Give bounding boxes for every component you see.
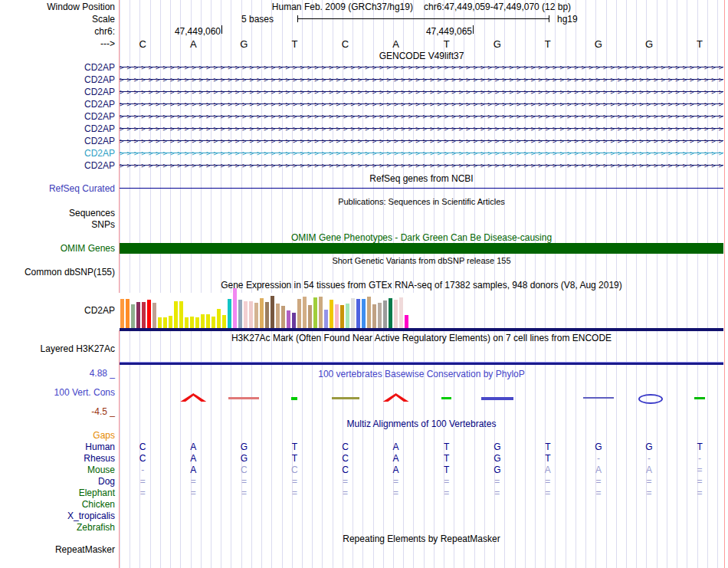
- scale-bar: [297, 18, 549, 19]
- alignment-base: A: [523, 465, 573, 475]
- gencode-gene-label[interactable]: CD2AP: [0, 123, 115, 134]
- base-letter: T: [674, 38, 725, 50]
- gtex-expression-bar: [206, 314, 210, 328]
- gtex-expression-bar: [233, 288, 237, 328]
- conservation-dash: [332, 397, 359, 399]
- track-label-repeatmasker[interactable]: RepeatMasker: [0, 544, 115, 555]
- alignment-base: T: [421, 442, 472, 452]
- track-label-common-dbsnp[interactable]: Common dbSNP(155): [0, 267, 115, 277]
- gencode-gene-row[interactable]: >>>>>>>>>>>>>>>>>>>>>>>>>>>>>>>>>>>>>>>>…: [120, 63, 723, 72]
- gtex-expression-bar: [131, 304, 135, 328]
- track-label-sequences[interactable]: Sequences: [0, 208, 115, 218]
- multiz-species-label[interactable]: Human: [0, 442, 115, 452]
- alignment-base: =: [269, 488, 320, 498]
- strand-arrows: >>>>>>>>>>>>>>>>>>>>>>>>>>>>>>>>>>>>>>>>…: [120, 149, 723, 158]
- base-letter: G: [573, 38, 624, 50]
- gencode-gene-label[interactable]: CD2AP: [0, 148, 115, 159]
- multiz-species-label[interactable]: Chicken: [0, 499, 115, 510]
- gtex-expression-bar: [276, 304, 280, 328]
- track-label-omim-genes[interactable]: OMIM Genes: [0, 243, 115, 254]
- base-letter: G: [218, 38, 269, 50]
- alignment-base: C: [117, 453, 168, 464]
- gtex-expression-bar: [249, 301, 253, 328]
- gtex-expression-bar: [260, 298, 264, 328]
- gencode-gene-label[interactable]: CD2AP: [0, 74, 115, 85]
- gencode-gene-label[interactable]: CD2AP: [0, 99, 115, 110]
- multiz-species-label[interactable]: Zebrafish: [0, 522, 115, 533]
- alignment-base: =: [168, 476, 218, 487]
- gtex-expression-bar: [372, 304, 376, 328]
- gtex-expression-bar: [265, 302, 269, 328]
- multiz-species-label[interactable]: Dog: [0, 476, 115, 487]
- gtex-expression-bar: [367, 297, 371, 328]
- track-label-h3k27ac[interactable]: Layered H3K27Ac: [0, 343, 115, 354]
- multiz-species-label[interactable]: Elephant: [0, 488, 115, 498]
- base-letter: T: [523, 38, 573, 50]
- gencode-gene-row[interactable]: >>>>>>>>>>>>>>>>>>>>>>>>>>>>>>>>>>>>>>>>…: [120, 87, 723, 97]
- gtex-expression-bar: [394, 300, 398, 328]
- alignment-base: =: [674, 465, 725, 475]
- h3k27ac-title: H3K27Ac Mark (Often Found Near Active Re…: [120, 333, 723, 343]
- alignment-base: T: [421, 453, 472, 464]
- track-divider: [120, 363, 723, 365]
- gtex-title: Gene Expression in 54 tissues from GTEx …: [120, 280, 723, 291]
- omim-title: OMIM Gene Phenotypes - Dark Green Can Be…: [120, 232, 723, 243]
- track-label-gaps[interactable]: Gaps: [0, 430, 115, 441]
- gencode-gene-row[interactable]: >>>>>>>>>>>>>>>>>>>>>>>>>>>>>>>>>>>>>>>>…: [120, 124, 723, 133]
- conservation-dash: [228, 397, 259, 399]
- gtex-expression-bar: [190, 317, 194, 328]
- alignment-base: G: [472, 465, 523, 475]
- alignment-base: G: [624, 442, 674, 452]
- conservation-dash: [481, 397, 513, 400]
- gtex-expression-bar: [201, 314, 205, 328]
- gtex-expression-bar: [356, 299, 360, 328]
- strand-arrows: >>>>>>>>>>>>>>>>>>>>>>>>>>>>>>>>>>>>>>>>…: [120, 63, 723, 72]
- gtex-expression-bar: [346, 304, 349, 328]
- strand-label: --->: [0, 38, 115, 49]
- alignment-base: =: [523, 488, 573, 498]
- gencode-gene-row[interactable]: >>>>>>>>>>>>>>>>>>>>>>>>>>>>>>>>>>>>>>>>…: [120, 100, 723, 109]
- alignment-base: T: [674, 442, 725, 452]
- gtex-expression-bar: [340, 305, 344, 328]
- gtex-expression-bar: [212, 317, 215, 328]
- base-letter: A: [168, 38, 218, 50]
- multiz-species-label[interactable]: Mouse: [0, 465, 115, 475]
- gencode-gene-row[interactable]: >>>>>>>>>>>>>>>>>>>>>>>>>>>>>>>>>>>>>>>>…: [120, 75, 723, 84]
- track-label-snps[interactable]: SNPs: [0, 219, 115, 230]
- omim-gene-bar[interactable]: [120, 243, 723, 254]
- multiz-species-label[interactable]: X_tropicalis: [0, 511, 115, 521]
- gencode-gene-label[interactable]: CD2AP: [0, 160, 115, 171]
- gencode-gene-row[interactable]: >>>>>>>>>>>>>>>>>>>>>>>>>>>>>>>>>>>>>>>>…: [120, 136, 723, 146]
- gtex-expression-bar: [244, 301, 248, 328]
- alignment-base: A: [168, 442, 218, 452]
- strand-arrows: >>>>>>>>>>>>>>>>>>>>>>>>>>>>>>>>>>>>>>>>…: [120, 75, 723, 84]
- track-label-gtex-gene[interactable]: CD2AP: [0, 305, 115, 316]
- gtex-expression-bar: [179, 301, 183, 328]
- alignment-base: =: [674, 488, 725, 498]
- track-label-vert-cons[interactable]: 100 Vert. Cons: [0, 387, 115, 398]
- dbsnp-title: Short Genetic Variants from dbSNP releas…: [120, 255, 723, 266]
- gencode-gene-label[interactable]: CD2AP: [0, 111, 115, 122]
- gencode-gene-label[interactable]: CD2AP: [0, 62, 115, 73]
- gtex-expression-bar: [185, 317, 189, 328]
- gencode-gene-row[interactable]: >>>>>>>>>>>>>>>>>>>>>>>>>>>>>>>>>>>>>>>>…: [120, 149, 723, 158]
- gencode-gene-row[interactable]: >>>>>>>>>>>>>>>>>>>>>>>>>>>>>>>>>>>>>>>>…: [120, 161, 723, 170]
- coord-tick-label-right: 47,449,065: [374, 26, 472, 37]
- multiz-species-label[interactable]: Rhesus: [0, 453, 115, 464]
- alignment-base: A: [168, 453, 218, 464]
- alignment-base: =: [371, 488, 421, 498]
- gencode-title: GENCODE V49lift37: [120, 51, 723, 61]
- conservation-oval: [638, 394, 663, 404]
- gtex-expression-bar: [238, 300, 242, 328]
- base-letter: C: [117, 38, 168, 50]
- gtex-expression-bar: [292, 313, 296, 328]
- gencode-gene-label[interactable]: CD2AP: [0, 87, 115, 97]
- gtex-expression-bar: [163, 317, 167, 328]
- alignment-base: =: [117, 488, 168, 498]
- track-label-refseq-curated[interactable]: RefSeq Curated: [0, 183, 115, 194]
- gencode-gene-row[interactable]: >>>>>>>>>>>>>>>>>>>>>>>>>>>>>>>>>>>>>>>>…: [120, 112, 723, 121]
- gtex-expression-bar: [120, 299, 124, 328]
- chrom-label: chr6:: [0, 26, 115, 37]
- refseq-curated-item[interactable]: [120, 188, 723, 189]
- gencode-gene-label[interactable]: CD2AP: [0, 136, 115, 146]
